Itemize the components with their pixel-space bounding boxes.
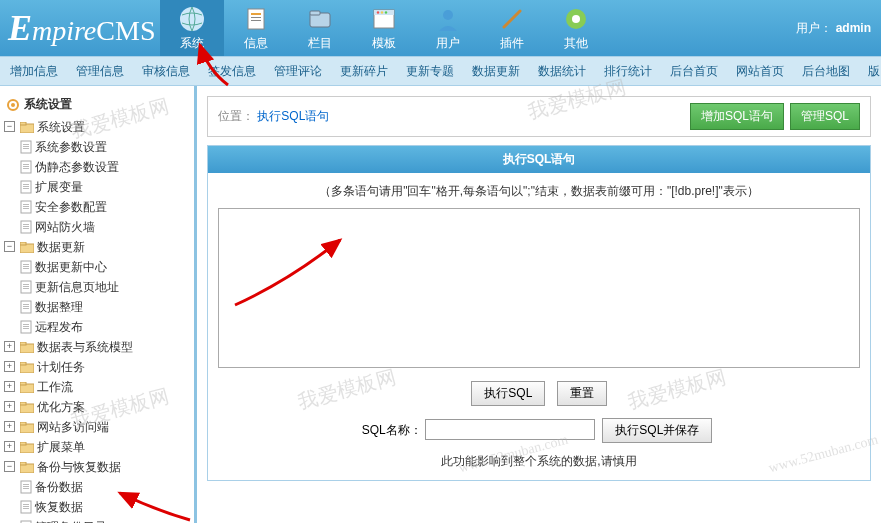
- svg-rect-72: [23, 484, 29, 485]
- content-area: 位置： 执行SQL语句 增加SQL语句 管理SQL 执行SQL语句 （多条语句请…: [197, 86, 881, 523]
- tree-leaf[interactable]: 管理备份目录: [20, 519, 190, 523]
- subnav-item[interactable]: 更新碎片: [340, 63, 388, 80]
- nav-label: 用户: [436, 35, 460, 52]
- nav-item-misc[interactable]: 其他: [544, 0, 608, 56]
- nav-item-folder[interactable]: 栏目: [288, 0, 352, 56]
- sql-textarea[interactable]: [218, 208, 860, 368]
- folder-icon: [20, 382, 34, 393]
- subnav-item[interactable]: 数据统计: [538, 63, 586, 80]
- nav-item-window[interactable]: 模板: [352, 0, 416, 56]
- tree-node[interactable]: 计划任务: [20, 359, 190, 375]
- subnav-item[interactable]: 管理信息: [76, 63, 124, 80]
- subnav-item[interactable]: 管理评论: [274, 63, 322, 80]
- file-icon: [20, 140, 32, 154]
- tree-node[interactable]: 系统设置: [20, 119, 190, 135]
- sql-name-input[interactable]: [425, 419, 595, 440]
- subnav-item[interactable]: 网站首页: [736, 63, 784, 80]
- expand-icon[interactable]: +: [4, 341, 15, 352]
- tree-leaf[interactable]: 伪静态参数设置: [20, 159, 190, 175]
- svg-rect-22: [23, 148, 29, 149]
- svg-rect-21: [23, 146, 29, 147]
- svg-rect-43: [23, 266, 29, 267]
- subnav-item[interactable]: 排行统计: [604, 63, 652, 80]
- expand-icon[interactable]: +: [4, 381, 15, 392]
- tree-node[interactable]: 网站多访问端: [20, 419, 190, 435]
- tree-label: 备份与恢复数据: [37, 459, 121, 475]
- tree-leaf[interactable]: 恢复数据: [20, 499, 190, 515]
- svg-point-0: [180, 7, 204, 31]
- svg-rect-56: [23, 328, 29, 329]
- tree-leaf[interactable]: 远程发布: [20, 319, 190, 335]
- tree-leaf[interactable]: 更新信息页地址: [20, 279, 190, 295]
- folder-icon: [20, 402, 34, 413]
- tree-label: 数据整理: [35, 299, 83, 315]
- svg-rect-25: [23, 166, 29, 167]
- tree-leaf[interactable]: 备份数据: [20, 479, 190, 495]
- subnav-item[interactable]: 版: [868, 63, 880, 80]
- nav-item-plugin[interactable]: 插件: [480, 0, 544, 56]
- subnav-item[interactable]: 数据更新: [472, 63, 520, 80]
- svg-rect-64: [20, 402, 26, 405]
- tree-leaf[interactable]: 数据更新中心: [20, 259, 190, 275]
- svg-rect-18: [20, 122, 26, 125]
- subnav-item[interactable]: 审核信息: [142, 63, 190, 80]
- svg-rect-37: [23, 226, 29, 227]
- tree-label: 扩展变量: [35, 179, 83, 195]
- tree-leaf[interactable]: 安全参数配置: [20, 199, 190, 215]
- nav-item-doc[interactable]: 信息: [224, 0, 288, 56]
- misc-icon: [562, 5, 590, 33]
- file-icon: [20, 500, 32, 514]
- tree-label: 远程发布: [35, 319, 83, 335]
- collapse-icon[interactable]: −: [4, 461, 15, 472]
- svg-rect-32: [23, 204, 29, 205]
- tree-node[interactable]: 扩展菜单: [20, 439, 190, 455]
- execute-save-button[interactable]: 执行SQL并保存: [602, 418, 712, 443]
- tree-node[interactable]: 备份与恢复数据: [20, 459, 190, 475]
- collapse-icon[interactable]: −: [4, 241, 15, 252]
- expand-icon[interactable]: +: [4, 401, 15, 412]
- svg-rect-26: [23, 168, 29, 169]
- execute-sql-button[interactable]: 执行SQL: [471, 381, 545, 406]
- tree-node[interactable]: 数据更新: [20, 239, 190, 255]
- folder-icon: [306, 5, 334, 33]
- svg-rect-30: [23, 188, 29, 189]
- sql-name-label: SQL名称：: [362, 423, 422, 437]
- svg-rect-1: [248, 9, 264, 29]
- folder-icon: [20, 442, 34, 453]
- nav-item-globe[interactable]: 系统: [160, 0, 224, 56]
- manage-sql-button[interactable]: 管理SQL: [790, 103, 860, 130]
- svg-rect-2: [251, 13, 261, 15]
- tree-leaf[interactable]: 系统参数设置: [20, 139, 190, 155]
- file-icon: [20, 320, 32, 334]
- tree-leaf[interactable]: 扩展变量: [20, 179, 190, 195]
- nav-item-person[interactable]: 用户: [416, 0, 480, 56]
- add-sql-button[interactable]: 增加SQL语句: [690, 103, 784, 130]
- nav-label: 模板: [372, 35, 396, 52]
- subnav-item[interactable]: 更新专题: [406, 63, 454, 80]
- tree-node[interactable]: 优化方案: [20, 399, 190, 415]
- svg-rect-74: [23, 488, 29, 489]
- doc-icon: [242, 5, 270, 33]
- tree-label: 优化方案: [37, 399, 85, 415]
- tree-leaf[interactable]: 数据整理: [20, 299, 190, 315]
- expand-icon[interactable]: +: [4, 361, 15, 372]
- svg-rect-76: [23, 504, 29, 505]
- subnav-item[interactable]: 后台地图: [802, 63, 850, 80]
- reset-button[interactable]: 重置: [557, 381, 607, 406]
- sidebar-tree: −系统设置系统参数设置伪静态参数设置扩展变量安全参数配置网站防火墙−数据更新数据…: [4, 117, 190, 523]
- expand-icon[interactable]: +: [4, 441, 15, 452]
- main-area: 系统设置 −系统设置系统参数设置伪静态参数设置扩展变量安全参数配置网站防火墙−数…: [0, 86, 881, 523]
- subnav-item[interactable]: 增加信息: [10, 63, 58, 80]
- tree-label: 数据表与系统模型: [37, 339, 133, 355]
- tree-node[interactable]: 工作流: [20, 379, 190, 395]
- subnav-item[interactable]: 签发信息: [208, 63, 256, 80]
- subnav-item[interactable]: 后台首页: [670, 63, 718, 80]
- tree-leaf[interactable]: 网站防火墙: [20, 219, 190, 235]
- collapse-icon[interactable]: −: [4, 121, 15, 132]
- expand-icon[interactable]: +: [4, 421, 15, 432]
- svg-rect-6: [310, 11, 320, 15]
- nav-label: 插件: [500, 35, 524, 52]
- tree-node[interactable]: 数据表与系统模型: [20, 339, 190, 355]
- svg-rect-60: [20, 362, 26, 365]
- user-info: 用户： admin: [796, 0, 881, 56]
